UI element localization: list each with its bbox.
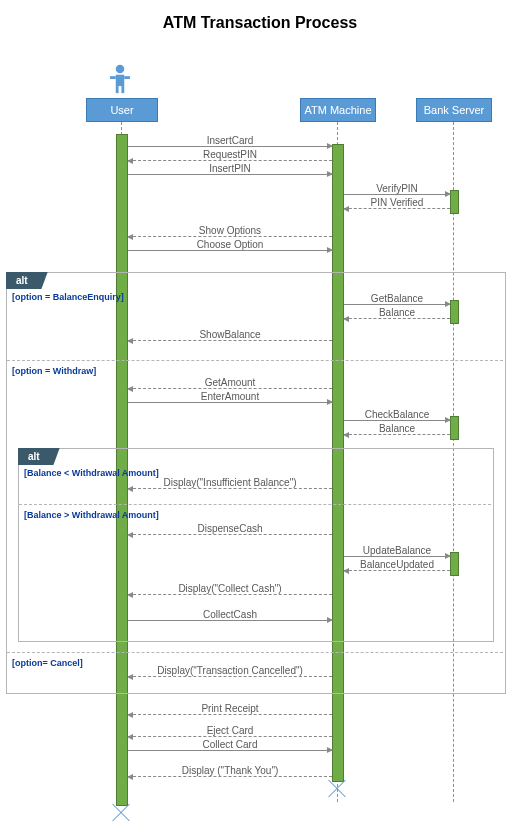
arrow — [128, 676, 332, 677]
msg-updatebalance: UpdateBalance — [344, 545, 450, 556]
arrow — [128, 388, 332, 389]
arrow — [344, 556, 450, 557]
msg-balance: Balance — [344, 307, 450, 318]
svg-rect-4 — [116, 86, 119, 93]
arrow — [128, 594, 332, 595]
actor-icon — [103, 62, 137, 98]
arrow — [128, 736, 332, 737]
msg-getbalance: GetBalance — [344, 293, 450, 304]
msg-insertpin: InsertPIN — [128, 163, 332, 174]
msg-collectcashdisp: Display("Collect Cash") — [128, 583, 332, 594]
msg-ejectcard: Eject Card — [128, 725, 332, 736]
arrow — [128, 160, 332, 161]
fragment-label: alt — [6, 272, 48, 289]
sequence-diagram: ATM Transaction Process User ATM Machine… — [0, 0, 520, 840]
guard-withdraw: [option = Withdraw] — [12, 366, 96, 376]
msg-insertcard: InsertCard — [128, 135, 332, 146]
msg-showoptions: Show Options — [128, 225, 332, 236]
arrow — [128, 250, 332, 251]
arrow — [344, 194, 450, 195]
msg-getamount: GetAmount — [128, 377, 332, 388]
msg-insufficient: Display("Insufficient Balance") — [128, 477, 332, 488]
arrow — [128, 340, 332, 341]
participant-bank: Bank Server — [416, 98, 492, 122]
arrow — [344, 318, 450, 319]
svg-rect-3 — [124, 76, 130, 79]
arrow — [128, 488, 332, 489]
msg-printreceipt: Print Receipt — [128, 703, 332, 714]
arrow — [344, 304, 450, 305]
arrow — [344, 208, 450, 209]
activation-bank-1 — [450, 190, 459, 214]
fragment-divider — [7, 360, 503, 361]
diagram-title: ATM Transaction Process — [0, 14, 520, 32]
arrow — [128, 236, 332, 237]
guard-cancel: [option= Cancel] — [12, 658, 83, 668]
arrow — [128, 776, 332, 777]
msg-collectcash: CollectCash — [128, 609, 332, 620]
svg-rect-5 — [121, 86, 124, 93]
destroy-icon — [325, 776, 349, 800]
msg-thankyou: Display ("Thank You") — [128, 765, 332, 776]
arrow — [128, 402, 332, 403]
msg-verifypin: VerifyPIN — [344, 183, 450, 194]
msg-collectcard: Collect Card — [128, 739, 332, 750]
svg-point-0 — [116, 65, 125, 74]
fragment-divider — [19, 504, 491, 505]
svg-rect-2 — [110, 76, 116, 79]
msg-cancelled: Display("Transaction Cancelled") — [128, 665, 332, 676]
msg-balanceupdated: BalanceUpdated — [340, 559, 454, 570]
msg-checkbalance: CheckBalance — [344, 409, 450, 420]
arrow — [128, 750, 332, 751]
msg-balance2: Balance — [344, 423, 450, 434]
arrow — [128, 146, 332, 147]
msg-chooseoption: Choose Option — [128, 239, 332, 250]
arrow — [128, 174, 332, 175]
msg-requestpin: RequestPIN — [128, 149, 332, 160]
msg-pinverified: PIN Verified — [344, 197, 450, 208]
participant-atm: ATM Machine — [300, 98, 376, 122]
msg-enteramount: EnterAmount — [128, 391, 332, 402]
participant-user: User — [86, 98, 158, 122]
arrow — [344, 420, 450, 421]
arrow — [344, 434, 450, 435]
fragment-label: alt — [18, 448, 60, 465]
msg-dispensecash: DispenseCash — [128, 523, 332, 534]
arrow — [128, 620, 332, 621]
fragment-divider — [7, 652, 503, 653]
arrow — [344, 570, 450, 571]
arrow — [128, 714, 332, 715]
arrow — [128, 534, 332, 535]
destroy-icon — [109, 800, 133, 824]
svg-rect-1 — [116, 75, 125, 86]
guard-sufficient: [Balance > Withdrawal Amount] — [24, 510, 159, 520]
guard-balanceenquiry: [option = BalanceEnquiry] — [12, 292, 124, 302]
msg-showbalance: ShowBalance — [128, 329, 332, 340]
